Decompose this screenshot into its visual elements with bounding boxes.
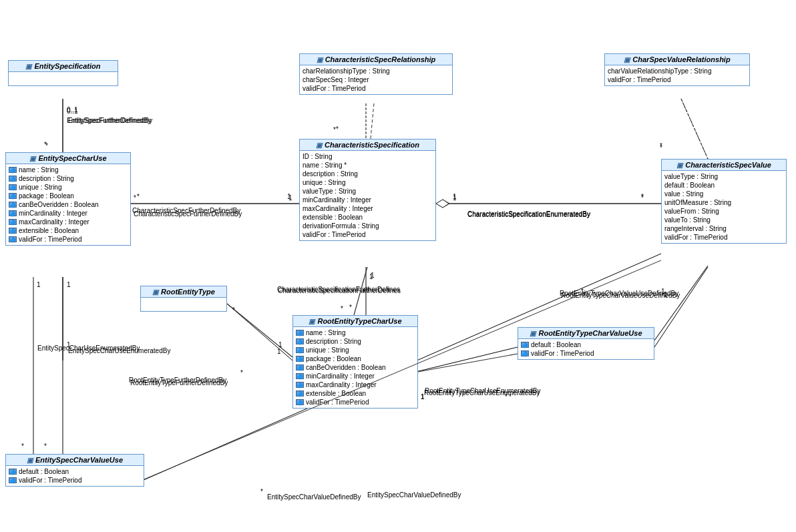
class-body-entity-specification bbox=[9, 72, 118, 85]
svg-text:*: * bbox=[660, 142, 662, 150]
attr-maxcard: 🔷maxCardinality : Integer bbox=[9, 218, 128, 226]
rel-label-charspec-enumerated-by: CharacteristicSpecificationEnumeratedBy bbox=[467, 211, 590, 218]
attr-description: description : String bbox=[303, 170, 433, 178]
svg-text:1: 1 bbox=[369, 273, 373, 280]
svg-text:*: * bbox=[44, 141, 47, 148]
attr-package: 🔷package : Boolean bbox=[296, 354, 415, 363]
attr-validfor: validFor : TimePeriod bbox=[303, 84, 449, 93]
class-body-char-spec-relationship: charRelationshipType : String charSpecSe… bbox=[300, 65, 452, 94]
attr-valuefrom: valueFrom : String bbox=[664, 207, 783, 216]
svg-line-42 bbox=[654, 266, 708, 340]
attr-extensible: 🔷extensible : Boolean bbox=[296, 389, 415, 398]
svg-text:*: * bbox=[134, 194, 136, 202]
rel-label-root-charvalue-use-defined-by: RootEntityTypeCharValueUseDefinedBy bbox=[560, 290, 678, 297]
class-header-char-spec-value-relationship: ▣ CharSpecValueRelationship bbox=[605, 54, 749, 65]
attr-charreltype: charRelationshipType : String bbox=[303, 67, 449, 75]
attr-validfor: 🔷validFor : TimePeriod bbox=[521, 349, 651, 358]
rel-label-charspec-further-defined-by: CharacteristicSpecFurtherDefinedBy bbox=[132, 207, 240, 214]
class-icon-entity-spec-char-value-use: ▣ bbox=[27, 457, 33, 464]
attr-icon: 🔷 bbox=[296, 373, 304, 379]
svg-text:*: * bbox=[21, 443, 24, 450]
class-body-characteristic-spec-value: valueType : String default : Boolean val… bbox=[662, 171, 786, 243]
svg-text:1: 1 bbox=[37, 281, 41, 288]
attr-unitofmeasure: unitOfMeasure : String bbox=[664, 198, 783, 207]
svg-line-17 bbox=[227, 304, 292, 360]
attr-icon: 🔷 bbox=[296, 338, 304, 344]
svg-text:*: * bbox=[641, 193, 644, 200]
class-header-entity-specification: ▣ EntitySpecification bbox=[9, 61, 118, 72]
attr-validfor: validFor : TimePeriod bbox=[664, 233, 783, 242]
attr-validfor: validFor : TimePeriod bbox=[608, 75, 747, 84]
svg-marker-36 bbox=[436, 200, 449, 208]
diagram-container: 0..1 * * 1 * 1 * 1 * 1 * 1 1 * 1 * bbox=[0, 0, 796, 532]
class-body-char-spec-value-relationship: charValueRelationshipType : String valid… bbox=[605, 65, 749, 85]
svg-text:1: 1 bbox=[287, 193, 291, 200]
attr-maxcard: 🔷maxCardinality : Integer bbox=[296, 380, 415, 389]
attr-valuetype: valueType : String bbox=[664, 172, 783, 181]
svg-text:0..1: 0..1 bbox=[67, 107, 78, 115]
class-char-spec-relationship: ▣ CharacteristicSpecRelationship charRel… bbox=[299, 53, 453, 95]
class-characteristic-specification: ▣ CharacteristicSpecification ID : Strin… bbox=[299, 139, 436, 241]
attr-mincard: 🔷minCardinality : Integer bbox=[296, 372, 415, 380]
attr-default: default : Boolean bbox=[664, 181, 783, 190]
attr-icon: 🔷 bbox=[9, 167, 17, 173]
svg-text:*: * bbox=[641, 194, 644, 202]
svg-text:1: 1 bbox=[288, 194, 292, 202]
svg-text:1: 1 bbox=[453, 193, 457, 200]
attr-icon: 🔷 bbox=[9, 184, 17, 190]
class-icon-root-entity-type-char-value-use: ▣ bbox=[530, 330, 536, 337]
class-root-entity-type-char-value-use: ▣ RootEntityTypeCharValueUse 🔷default : … bbox=[518, 327, 654, 360]
svg-text:*: * bbox=[137, 193, 140, 200]
svg-text:*: * bbox=[336, 125, 339, 133]
attr-name: 🔷name : String bbox=[9, 166, 128, 174]
class-icon-entity-spec-char-use: ▣ bbox=[29, 155, 35, 162]
svg-text:0..1: 0..1 bbox=[67, 106, 78, 113]
class-icon-char-spec-relationship: ▣ bbox=[317, 56, 323, 63]
rel-label-root-charuse-enumerated-by: RootEntityTypeCharUseEnumeratedBy bbox=[425, 387, 540, 394]
attr-icon: 🔷 bbox=[9, 236, 17, 242]
class-name-entity-specification: EntitySpecification bbox=[34, 62, 100, 70]
class-header-root-entity-type-char-use: ▣ RootEntityTypeCharUse bbox=[293, 316, 417, 327]
class-icon-char-spec-value-relationship: ▣ bbox=[624, 56, 630, 63]
attr-icon: 🔷 bbox=[296, 356, 304, 362]
attr-icon: 🔷 bbox=[9, 202, 17, 208]
attr-default: 🔷default : Boolean bbox=[9, 467, 141, 476]
class-header-root-entity-type: ▣ RootEntityType bbox=[141, 286, 226, 298]
attr-extensible: extensible : Boolean bbox=[303, 213, 433, 222]
attr-charvaluereltype: charValueRelationshipType : String bbox=[608, 67, 747, 75]
svg-text:*: * bbox=[232, 306, 235, 314]
class-body-entity-spec-char-value-use: 🔷default : Boolean 🔷validFor : TimePerio… bbox=[6, 466, 144, 486]
attr-icon: 🔷 bbox=[9, 469, 17, 475]
attr-icon: 🔷 bbox=[9, 210, 17, 216]
class-name-char-spec-value-relationship: CharSpecValueRelationship bbox=[632, 55, 730, 63]
attr-icon: 🔷 bbox=[9, 176, 17, 182]
class-entity-specification: ▣ EntitySpecification bbox=[8, 60, 118, 86]
attr-maxcard: maxCardinality : Integer bbox=[303, 204, 433, 213]
svg-text:*: * bbox=[341, 305, 343, 312]
class-body-characteristic-specification: ID : String name : String * description … bbox=[300, 151, 435, 240]
class-body-entity-spec-char-use: 🔷name : String 🔷description : String 🔷un… bbox=[6, 164, 130, 245]
svg-text:*: * bbox=[660, 144, 662, 152]
class-char-spec-value-relationship: ▣ CharSpecValueRelationship charValueRel… bbox=[604, 53, 750, 86]
rel-label-entityspec-further-defined-by: EntitySpecFurtherDefinedBy bbox=[68, 117, 152, 124]
attr-description: 🔷description : String bbox=[9, 174, 128, 183]
attr-extensible: 🔷extensible : Boolean bbox=[9, 226, 128, 235]
class-entity-spec-char-value-use: ▣ EntitySpecCharValueUse 🔷default : Bool… bbox=[5, 454, 144, 487]
class-icon-root-entity-type: ▣ bbox=[152, 288, 158, 296]
attr-icon: 🔷 bbox=[296, 347, 304, 353]
svg-text:1: 1 bbox=[371, 272, 375, 279]
class-name-entity-spec-char-use: EntitySpecCharUse bbox=[38, 154, 106, 162]
class-header-entity-spec-char-use: ▣ EntitySpecCharUse bbox=[6, 153, 130, 164]
svg-text:EntitySpecCharValueDefinedBy: EntitySpecCharValueDefinedBy bbox=[267, 493, 361, 501]
svg-text:1: 1 bbox=[453, 194, 457, 202]
class-header-root-entity-type-char-value-use: ▣ RootEntityTypeCharValueUse bbox=[518, 328, 654, 339]
class-name-characteristic-spec-value: CharacteristicSpecValue bbox=[685, 161, 771, 169]
class-icon-characteristic-specification: ▣ bbox=[316, 142, 322, 149]
attr-canbeoverridden: 🔷canBeOveridden : Boolean bbox=[296, 363, 415, 372]
svg-text:*: * bbox=[45, 142, 48, 150]
class-name-root-entity-type-char-use: RootEntityTypeCharUse bbox=[317, 317, 401, 325]
class-name-characteristic-specification: CharacteristicSpecification bbox=[325, 141, 419, 149]
attr-unique: 🔷unique : String bbox=[9, 183, 128, 192]
svg-text:1: 1 bbox=[277, 348, 281, 355]
class-characteristic-spec-value: ▣ CharacteristicSpecValue valueType : St… bbox=[661, 159, 787, 244]
